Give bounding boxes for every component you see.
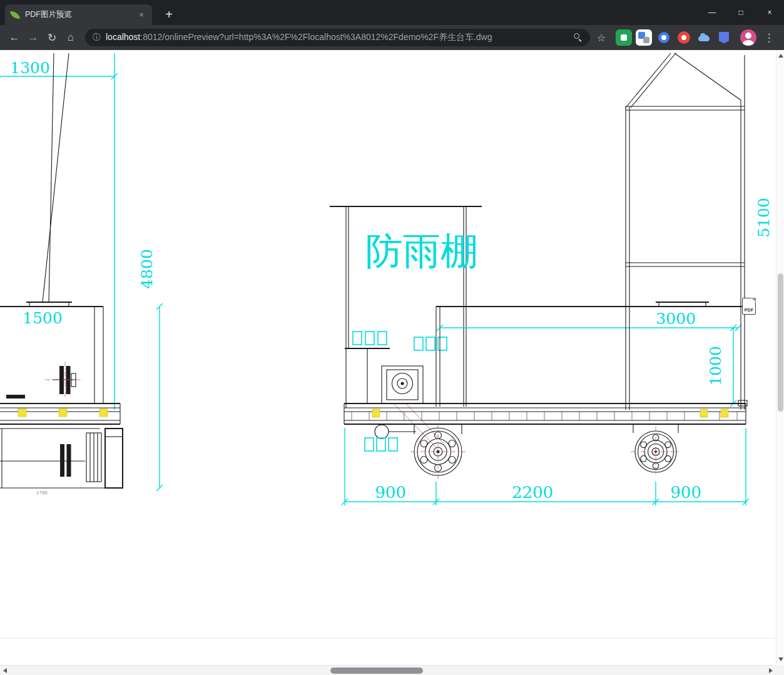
extension-icon-1[interactable]	[616, 29, 632, 46]
window-controls: — □ ×	[698, 0, 784, 25]
base-frame	[344, 403, 746, 424]
tab-strip: PDF图片预览 × + — □ ×	[0, 0, 784, 25]
extension-icon-4[interactable]	[676, 29, 692, 46]
scroll-right-arrow-icon[interactable]	[769, 668, 773, 673]
new-tab-button[interactable]: +	[160, 6, 178, 23]
dim-1000: 1000	[706, 346, 725, 386]
translate-extension-icon[interactable]	[636, 29, 652, 46]
reload-button[interactable]: ↻	[43, 28, 61, 47]
forward-button[interactable]: →	[24, 28, 43, 47]
profile-avatar[interactable]	[740, 29, 756, 46]
horizontal-scrollbar-thumb[interactable]	[330, 667, 423, 674]
page-content: 1300 4800 1500	[0, 50, 784, 665]
url-text[interactable]: localhost:8012/onlinePreview?url=http%3A…	[106, 32, 569, 43]
back-button[interactable]: ←	[5, 28, 24, 47]
bookmark-star-icon[interactable]: ☆	[594, 30, 609, 45]
tab-close-icon[interactable]: ×	[136, 9, 147, 21]
scroll-down-arrow-icon[interactable]	[778, 657, 783, 661]
bottom-dimension-chain: 900 2200 900	[342, 428, 749, 505]
tab-pdf-preview[interactable]: PDF图片预览 ×	[5, 4, 152, 25]
zoom-icon[interactable]	[574, 33, 583, 42]
dim-1500: 1500	[23, 309, 63, 327]
browser-window: PDF图片预览 × + — □ × ← → ↻ ⌂ ⓘ localhost:80…	[0, 0, 784, 675]
browser-toolbar: ← → ↻ ⌂ ⓘ localhost:8012/onlinePreview?u…	[0, 25, 784, 50]
dim-3000: 3000	[656, 310, 696, 328]
cad-drawing: 1300 4800 1500	[0, 50, 776, 665]
scroll-left-arrow-icon[interactable]	[3, 668, 7, 673]
close-button[interactable]: ×	[755, 0, 784, 25]
left-elevation-view: 1300 4800 1500	[0, 53, 163, 495]
browser-menu-icon[interactable]: ⋮	[761, 28, 776, 47]
vertical-scrollbar[interactable]	[776, 50, 784, 665]
dim-5100: 5100	[755, 198, 773, 238]
dim-4800: 4800	[138, 249, 156, 289]
maximize-button[interactable]: □	[726, 0, 755, 25]
platform-structure: 3000 1000 5100	[436, 53, 773, 410]
address-bar[interactable]: ⓘ localhost:8012/onlinePreview?url=http%…	[85, 29, 590, 46]
dim-1765: 1765	[36, 490, 48, 495]
url-path: :8012/onlinePreview?url=http%3A%2F%2Floc…	[140, 32, 492, 42]
dim-900-right: 900	[670, 483, 701, 502]
dim-2200: 2200	[512, 483, 553, 502]
url-host: localhost	[106, 32, 140, 42]
spring-leaf-favicon	[10, 10, 20, 20]
home-button[interactable]: ⌂	[61, 28, 80, 47]
dim-900-left: 900	[375, 483, 406, 502]
pdf-icon-label: PDF	[743, 308, 755, 312]
cloud-extension-icon[interactable]	[696, 29, 712, 46]
scroll-up-arrow-icon[interactable]	[778, 54, 783, 58]
page-info-icon[interactable]: ⓘ	[93, 32, 101, 43]
scrollbar-corner	[776, 665, 784, 675]
pdf-file-icon[interactable]: PDF	[742, 298, 756, 315]
minimize-button[interactable]: —	[698, 0, 726, 25]
extension-icon-3[interactable]	[656, 29, 672, 46]
shield-extension-icon[interactable]	[716, 29, 732, 46]
shelter-label: 防雨棚	[365, 229, 478, 273]
vertical-scrollbar-thumb[interactable]	[778, 273, 783, 412]
wheels	[365, 424, 681, 479]
tab-title: PDF图片预览	[25, 9, 131, 20]
dim-1300: 1300	[10, 59, 50, 77]
extensions-row	[614, 29, 734, 46]
horizontal-scrollbar[interactable]	[0, 665, 776, 675]
pdf-icon-fold	[751, 298, 756, 302]
